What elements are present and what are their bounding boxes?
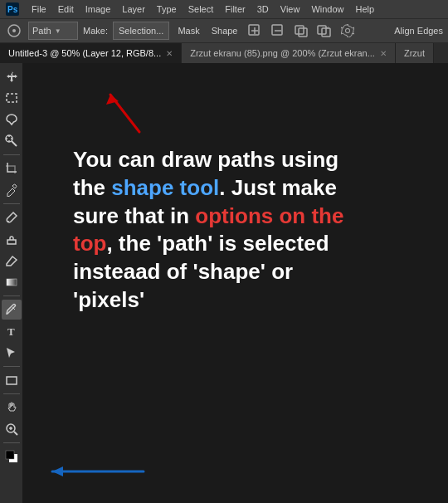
main-layout: T You can draw pat bbox=[0, 63, 448, 503]
line6: 'pixels' bbox=[73, 287, 144, 312]
pen-tool[interactable] bbox=[2, 300, 22, 320]
align-edges-label: Align Edges bbox=[394, 26, 443, 36]
menu-view[interactable]: View bbox=[275, 2, 305, 16]
svg-line-28 bbox=[14, 432, 17, 435]
menu-3d[interactable]: 3D bbox=[252, 2, 274, 16]
hand-tool[interactable] bbox=[2, 398, 22, 418]
svg-rect-9 bbox=[295, 26, 304, 34]
shape-btn[interactable]: Shape bbox=[208, 22, 241, 40]
brush-tool[interactable] bbox=[2, 208, 22, 227]
svg-rect-7 bbox=[272, 25, 282, 35]
red-arrow-annotation bbox=[90, 86, 156, 128]
tab-1-close[interactable]: ✕ bbox=[380, 49, 387, 58]
rect-shape-tool[interactable] bbox=[2, 370, 22, 390]
line4-red: top bbox=[73, 231, 106, 256]
menu-bar: Ps File Edit Image Layer Type Select Fil… bbox=[0, 0, 448, 18]
ps-logo: Ps bbox=[3, 1, 22, 17]
tab-0[interactable]: Untitled-3 @ 50% (Layer 12, RGB/8... ✕ bbox=[0, 43, 182, 63]
svg-rect-4 bbox=[249, 25, 259, 35]
gear-icon[interactable] bbox=[338, 22, 357, 40]
line4-post: , the 'path' is selected bbox=[106, 231, 329, 256]
svg-rect-22 bbox=[7, 240, 16, 244]
svg-point-3 bbox=[12, 29, 16, 32]
menu-edit[interactable]: Edit bbox=[53, 2, 79, 16]
eraser-tool[interactable] bbox=[2, 251, 22, 271]
tab-0-label: Untitled-3 @ 50% (Layer 12, RGB/8... bbox=[8, 48, 161, 58]
mask-btn[interactable]: Mask bbox=[174, 22, 202, 40]
tabs-bar: Untitled-3 @ 50% (Layer 12, RGB/8... ✕ Z… bbox=[0, 43, 448, 63]
intersect-path-icon[interactable] bbox=[292, 22, 310, 40]
line1: You can draw paths using bbox=[73, 147, 338, 172]
menu-help[interactable]: Help bbox=[351, 2, 380, 16]
menu-window[interactable]: Window bbox=[306, 2, 348, 16]
options-bar: Path ▼ Make: Selection... Mask Shape × A… bbox=[0, 18, 448, 43]
instruction-text: You can draw paths using the shape tool.… bbox=[73, 146, 431, 315]
svg-text:×: × bbox=[325, 24, 329, 32]
svg-rect-14 bbox=[7, 94, 17, 102]
foreground-color[interactable] bbox=[2, 447, 22, 466]
svg-line-33 bbox=[110, 95, 139, 132]
type-tool[interactable]: T bbox=[2, 321, 22, 341]
selection-btn[interactable]: Selection... bbox=[113, 22, 169, 40]
separator-3 bbox=[3, 295, 20, 296]
menu-filter[interactable]: Filter bbox=[220, 2, 250, 16]
separator-1 bbox=[3, 154, 20, 155]
path-dropdown[interactable]: Path ▼ bbox=[28, 22, 78, 40]
svg-marker-34 bbox=[106, 95, 119, 105]
exclude-path-icon[interactable]: × bbox=[315, 22, 334, 40]
move-tool[interactable] bbox=[2, 66, 22, 86]
add-path-icon[interactable] bbox=[246, 22, 264, 40]
tab-1[interactable]: Zrzut ekranu (85).png @ 200% (Zrzut ekra… bbox=[182, 43, 396, 63]
line2-post: . Just make bbox=[219, 175, 337, 200]
canvas-area: You can draw paths using the shape tool.… bbox=[23, 63, 448, 503]
line2-blue: shape tool bbox=[111, 175, 219, 200]
tab-0-close[interactable]: ✕ bbox=[166, 49, 173, 58]
svg-rect-10 bbox=[299, 28, 307, 37]
line5: insteaad of 'shape' or bbox=[73, 259, 293, 284]
svg-rect-23 bbox=[7, 279, 17, 286]
magic-wand-tool[interactable] bbox=[2, 131, 22, 151]
menu-image[interactable]: Image bbox=[80, 2, 116, 16]
path-select-tool[interactable] bbox=[2, 343, 22, 363]
menu-layer[interactable]: Layer bbox=[117, 2, 150, 16]
menu-file[interactable]: File bbox=[27, 2, 51, 16]
toolbar: T bbox=[0, 63, 23, 503]
svg-text:Ps: Ps bbox=[7, 5, 18, 14]
separator-5 bbox=[3, 393, 20, 394]
tab-1-label: Zrzut ekranu (85).png @ 200% (Zrzut ekra… bbox=[190, 48, 375, 58]
zoom-tool[interactable] bbox=[2, 419, 22, 439]
lasso-tool[interactable] bbox=[2, 110, 22, 129]
tab-2-label: Zrzut bbox=[404, 48, 425, 58]
separator-4 bbox=[3, 366, 20, 367]
blue-arrow-annotation bbox=[48, 463, 148, 480]
line3: sure that in bbox=[73, 203, 195, 228]
rect-select-tool[interactable] bbox=[2, 88, 22, 108]
svg-rect-32 bbox=[6, 451, 14, 459]
gradient-tool[interactable] bbox=[2, 272, 22, 292]
stamp-tool[interactable] bbox=[2, 229, 22, 249]
svg-rect-26 bbox=[7, 377, 17, 384]
menu-type[interactable]: Type bbox=[152, 2, 182, 16]
crop-tool[interactable] bbox=[2, 159, 22, 178]
make-label: Make: bbox=[83, 26, 108, 36]
tool-icon bbox=[5, 22, 23, 40]
svg-point-21 bbox=[7, 221, 9, 222]
line3-red: options on the bbox=[195, 203, 343, 228]
svg-text:T: T bbox=[7, 325, 15, 338]
subtract-path-icon[interactable] bbox=[269, 22, 287, 40]
separator-6 bbox=[3, 442, 20, 443]
separator-2 bbox=[3, 203, 20, 204]
tab-2[interactable]: Zrzut bbox=[396, 43, 434, 63]
eyedropper-tool[interactable] bbox=[2, 180, 22, 200]
svg-marker-36 bbox=[52, 466, 63, 476]
line2-pre: the bbox=[73, 175, 111, 200]
menu-select[interactable]: Select bbox=[183, 2, 219, 16]
svg-line-15 bbox=[12, 141, 17, 146]
